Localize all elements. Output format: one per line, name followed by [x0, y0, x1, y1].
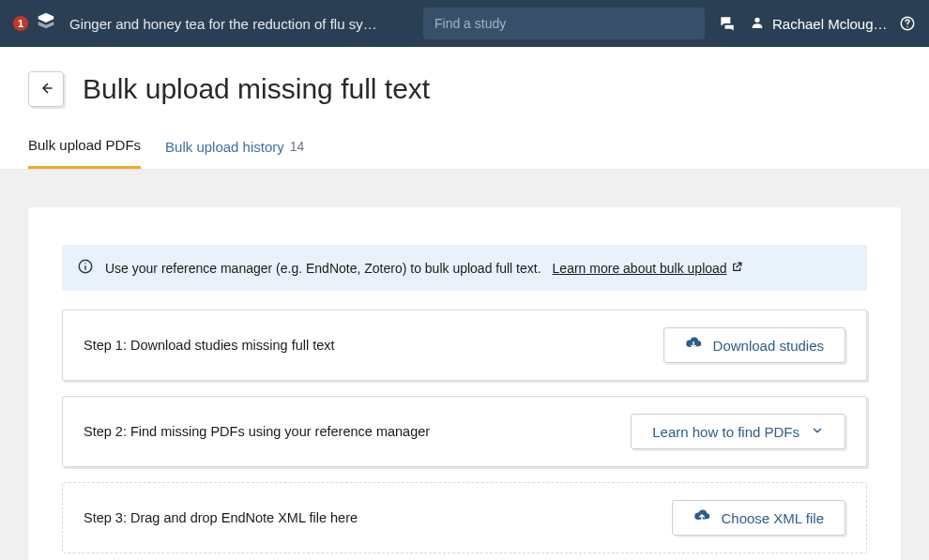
tabbar: Bulk upload PDFs Bulk upload history 14: [0, 126, 929, 169]
page-title: Bulk upload missing full text: [83, 73, 430, 105]
study-title[interactable]: Ginger and honey tea for the reduction o…: [69, 16, 379, 32]
main-card: Use your reference manager (e.g. EndNote…: [28, 207, 901, 560]
app-logo-icon[interactable]: [36, 11, 56, 36]
download-studies-button[interactable]: Download studies: [663, 327, 845, 363]
navbar-left: 1 Ginger and honey tea for the reduction…: [13, 11, 410, 36]
step-2-row: Step 2: Find missing PDFs using your ref…: [62, 396, 867, 467]
info-icon: [77, 258, 94, 278]
tab-label: Bulk upload PDFs: [28, 137, 141, 153]
button-label: Choose XML file: [722, 510, 825, 526]
page-header: Bulk upload missing full text Bulk uploa…: [0, 47, 929, 170]
step-1-row: Step 1: Download studies missing full te…: [62, 310, 867, 381]
step-3-text: Step 3: Drag and drop EndNote XML file h…: [84, 510, 358, 525]
step-3-row[interactable]: Step 3: Drag and drop EndNote XML file h…: [62, 482, 867, 553]
tab-bulk-upload-history[interactable]: Bulk upload history 14: [165, 128, 304, 168]
back-button[interactable]: [28, 71, 64, 107]
chat-icon[interactable]: [718, 14, 737, 33]
header-top: Bulk upload missing full text: [0, 47, 929, 126]
svg-point-5: [84, 263, 86, 265]
top-navbar: 1 Ginger and honey tea for the reduction…: [0, 0, 929, 47]
button-label: Learn how to find PDFs: [652, 424, 800, 440]
user-name-label: Rachael Mcloug…: [772, 16, 886, 32]
cloud-upload-icon: [693, 508, 710, 528]
learn-how-button[interactable]: Learn how to find PDFs: [631, 414, 845, 449]
chevron-down-icon: [811, 424, 824, 440]
svg-point-0: [754, 17, 759, 22]
navbar-right: Rachael Mcloug…: [718, 14, 916, 33]
step-1-text: Step 1: Download studies missing full te…: [84, 338, 335, 353]
notification-badge[interactable]: 1: [13, 16, 28, 31]
info-banner: Use your reference manager (e.g. EndNote…: [62, 245, 867, 291]
choose-xml-button[interactable]: Choose XML file: [672, 500, 846, 536]
user-menu[interactable]: Rachael Mcloug…: [750, 15, 886, 33]
button-label: Download studies: [713, 338, 824, 354]
tab-label: Bulk upload history: [165, 139, 284, 155]
svg-point-2: [906, 26, 908, 28]
external-link-icon: [731, 261, 743, 276]
help-icon[interactable]: [899, 15, 916, 32]
search-container: [423, 8, 705, 39]
step-2-text: Step 2: Find missing PDFs using your ref…: [84, 424, 430, 439]
user-icon: [750, 15, 765, 33]
main-area: Use your reference manager (e.g. EndNote…: [0, 170, 929, 560]
search-input[interactable]: [423, 8, 705, 39]
link-text: Learn more about bulk upload: [553, 261, 727, 276]
tab-bulk-upload-pdfs[interactable]: Bulk upload PDFs: [28, 126, 141, 169]
tab-count: 14: [290, 139, 305, 154]
info-banner-text: Use your reference manager (e.g. EndNote…: [105, 261, 541, 276]
arrow-left-icon: [38, 80, 54, 99]
cloud-download-icon: [685, 336, 702, 356]
learn-more-link[interactable]: Learn more about bulk upload: [553, 261, 743, 276]
